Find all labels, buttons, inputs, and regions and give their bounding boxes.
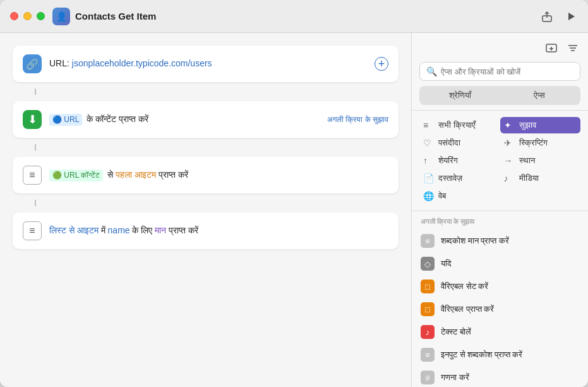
app-icon: 👤 xyxy=(52,8,70,25)
first-item-text: 🟢 URL कॉन्टेंट से पहला आइटम प्राप्त करें xyxy=(49,169,388,181)
main-content: 🔗 URL: jsonplaceholder.typicode.com/user… xyxy=(0,33,588,387)
get-name-icon: ≡ xyxy=(23,221,42,240)
calc-icon: # xyxy=(421,371,435,384)
url-action-text: URL: jsonplaceholder.typicode.com/users xyxy=(49,58,364,70)
share-button[interactable] xyxy=(540,9,554,23)
get-content-text: 🔵 URL के कॉन्टेंट प्राप्त करें xyxy=(49,113,320,126)
play-button[interactable] xyxy=(564,9,578,23)
app-window: 👤 Contacts Get Item 🔗 xyxy=(0,0,588,387)
category-location[interactable]: → स्थान xyxy=(500,152,581,169)
filter-tabs: श्रेणियाँ ऐप्स xyxy=(419,86,580,105)
titlebar-actions xyxy=(540,9,578,23)
titlebar: 👤 Contacts Get Item xyxy=(0,0,588,33)
add-shortcut-icon[interactable] xyxy=(544,40,559,56)
first-item-icon: ≡ xyxy=(23,166,42,185)
if-icon: ◇ xyxy=(421,257,435,271)
categories-grid: ≡ सभी क्रियाएँ ✦ सुझाव ♡ पसंदीदा ✈ स्क्र… xyxy=(412,111,588,211)
search-icon: 🔍 xyxy=(426,66,437,77)
url-icon: 🔗 xyxy=(23,54,42,73)
get-name-text: लिस्ट से आइटम में name के लिए मान प्राप्… xyxy=(49,224,388,237)
search-box[interactable]: 🔍 xyxy=(419,62,580,81)
set-var-icon: □ xyxy=(421,280,435,293)
suggestion-get-var[interactable]: □ वैरिएबल प्राप्त करें xyxy=(412,298,588,321)
suggestions-section: अगली क्रिया के सुझाव ≡ शब्दकोश मान प्राप… xyxy=(412,211,588,387)
right-toolbar xyxy=(419,40,580,56)
svg-marker-2 xyxy=(568,13,575,20)
get-content-icon: ⬇ xyxy=(23,110,42,129)
suggestion-dict-from-input[interactable]: ≡ इनपुट से शब्दकोश प्राप्त करें xyxy=(412,343,588,366)
tab-categories[interactable]: श्रेणियाँ xyxy=(421,87,500,104)
filter-icon[interactable] xyxy=(565,40,580,56)
speak-icon: ♪ xyxy=(421,325,435,339)
right-panel: 🔍 श्रेणियाँ ऐप्स ≡ सभी क्रियाएँ ✦ सुझाव xyxy=(411,33,588,387)
category-all[interactable]: ≡ सभी क्रियाएँ xyxy=(419,117,500,133)
category-sharing[interactable]: ↑ शेयरिंग xyxy=(419,152,500,169)
left-panel: 🔗 URL: jsonplaceholder.typicode.com/user… xyxy=(0,33,411,387)
connector-2 xyxy=(35,144,36,150)
window-title: Contacts Get Item xyxy=(75,11,540,22)
suggestion-if[interactable]: ◇ यदि xyxy=(412,252,588,275)
get-content-card[interactable]: ⬇ 🔵 URL के कॉन्टेंट प्राप्त करें अगली क्… xyxy=(13,101,399,138)
connector-3 xyxy=(35,200,36,206)
suggestion-set-var[interactable]: □ वैरिएबल सेट करें xyxy=(412,275,588,298)
dict-get-icon: ≡ xyxy=(421,234,435,248)
suggestion-calculate[interactable]: # गणना करें xyxy=(412,366,588,387)
close-button[interactable] xyxy=(10,12,18,20)
category-suggestions[interactable]: ✦ सुझाव xyxy=(500,117,581,133)
more-link[interactable]: अगली क्रिया के सुझाव xyxy=(327,115,388,124)
dict-input-icon: ≡ xyxy=(421,348,435,362)
connector-1 xyxy=(35,89,36,95)
add-url-button[interactable]: + xyxy=(375,57,388,71)
suggestion-dict-get[interactable]: ≡ शब्दकोश मान प्राप्त करें xyxy=(412,230,588,252)
first-item-card[interactable]: ≡ 🟢 URL कॉन्टेंट से पहला आइटम प्राप्त कर… xyxy=(13,157,399,194)
suggestion-speak[interactable]: ♪ टेक्स्ट बोलें xyxy=(412,321,588,343)
url-action-card[interactable]: 🔗 URL: jsonplaceholder.typicode.com/user… xyxy=(13,46,399,82)
suggestions-header: अगली क्रिया के सुझाव xyxy=(412,211,588,230)
get-name-card[interactable]: ≡ लिस्ट से आइटम में name के लिए मान प्रा… xyxy=(13,212,399,249)
get-var-icon: □ xyxy=(421,302,435,316)
category-scripting[interactable]: ✈ स्क्रिप्टिंग xyxy=(500,135,581,151)
traffic-lights xyxy=(10,12,45,20)
maximize-button[interactable] xyxy=(37,12,45,20)
category-favorites[interactable]: ♡ पसंदीदा xyxy=(419,135,500,151)
search-input[interactable] xyxy=(441,67,573,77)
category-media[interactable]: ♪ मीडिया xyxy=(500,170,581,187)
minimize-button[interactable] xyxy=(23,12,32,20)
category-web[interactable]: 🌐 वेब xyxy=(419,188,500,204)
right-top-area: 🔍 श्रेणियाँ ऐप्स xyxy=(412,33,588,111)
tab-apps[interactable]: ऐप्स xyxy=(500,87,580,104)
category-docs[interactable]: 📄 दस्तावेज़ xyxy=(419,170,500,187)
url-value[interactable]: jsonplaceholder.typicode.com/users xyxy=(72,58,212,68)
